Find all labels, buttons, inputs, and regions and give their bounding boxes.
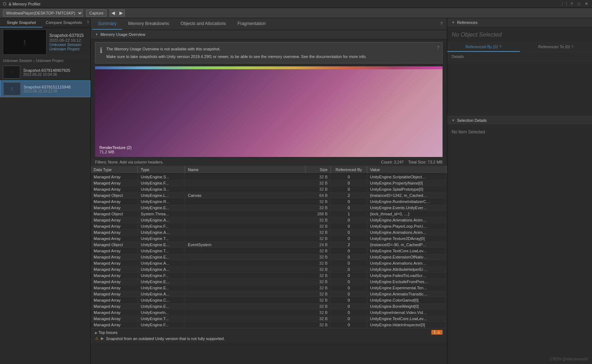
table-row[interactable]: Managed ArrayUnityEngine.E...32 B0UnityE… <box>91 205 447 211</box>
table-cell-col-refby: 0 <box>331 266 367 272</box>
table-row[interactable]: Managed ArrayUnityEngine.S...32 B0UnityE… <box>91 174 447 180</box>
table-cell-col-value: UnityEngine.Experimental.Ten… <box>367 285 447 291</box>
th-name[interactable]: Name <box>185 166 305 173</box>
table-cell-col-name <box>185 262 305 264</box>
table-row[interactable]: Managed ObjectSystem.Threa...288 B1{lock… <box>91 211 447 217</box>
snapshot-info-1: Snapshot-6379148907925 2022-06-22 10:04:… <box>23 68 87 76</box>
tab-references-to[interactable]: References To (0) ? <box>520 42 592 52</box>
table-row[interactable]: Managed ArrayUnityEngine.F...32 B0UnityE… <box>91 223 447 229</box>
table-cell-col-name <box>185 250 305 252</box>
table-row[interactable]: Managed ArrayUnityEngine.T...32 B0UnityE… <box>91 236 447 242</box>
table-row[interactable]: Managed ArrayUnityEngine.A...32 B0UnityE… <box>91 291 447 297</box>
ref-tab-help-1[interactable]: ? <box>500 45 502 49</box>
table-row[interactable]: Managed ArrayUnityEngine.F...32 B0UnityE… <box>91 273 447 279</box>
th-value[interactable]: Value <box>367 166 447 173</box>
tab-single-snapshot[interactable]: Single Snapshot <box>0 18 42 28</box>
table-cell-col-type: UnityEngine.F... <box>138 223 185 229</box>
table-cell-col-size: 32 B <box>305 174 331 180</box>
table-cell-col-refby: 0 <box>331 322 367 328</box>
table-row[interactable]: Managed ArrayUnityEngine.T...32 B0UnityE… <box>91 316 447 322</box>
no-object-selected: No Object Selected <box>447 27 592 42</box>
ref-tab-help-2[interactable]: ? <box>571 45 574 49</box>
table-row[interactable]: Managed ArrayUnityEngine.E...32 B0UnityE… <box>91 254 447 260</box>
table-cell-col-refby: 0 <box>331 236 367 241</box>
tab-compare-snapshots[interactable]: Compare Snapshots <box>42 18 85 28</box>
snapshot-tab-help[interactable]: ? <box>85 18 90 28</box>
table-row[interactable]: Managed ArrayUnityEngine.A...32 B0UnityE… <box>91 260 447 266</box>
table-cell-col-size: 32 B <box>305 310 331 315</box>
table-cell-col-datatype: Managed Array <box>91 254 138 260</box>
table-row[interactable]: Managed ArrayUnityEngine.A...32 B0UnityE… <box>91 217 447 223</box>
table-row[interactable]: Managed ArrayUnityEngine.R...32 B0UnityE… <box>91 199 447 205</box>
ref-tabs: Referenced By (0) ? References To (0) ? <box>447 42 592 52</box>
table-cell-col-datatype: Managed Array <box>91 236 138 241</box>
player-select[interactable]: WindowsPlayer(DESKTOP-TMTC6KP) <box>3 9 83 17</box>
table-cell-col-value: UnityEngine.FailedToLoadScr… <box>367 273 447 278</box>
table-row[interactable]: Managed ArrayUnityEngineIn...32 B0UnityE… <box>91 310 447 316</box>
back-button[interactable]: ◀ <box>110 9 117 17</box>
table-cell-col-datatype: Managed Array <box>91 174 138 180</box>
table-row[interactable]: Managed ArrayUnityEngine.A...32 B0UnityE… <box>91 266 447 273</box>
th-size[interactable]: Size <box>305 166 331 173</box>
titlebar-title: & Memory Profiler <box>9 2 41 6</box>
table-cell-col-datatype: Managed Array <box>91 279 138 285</box>
help-icon[interactable]: ? <box>569 1 575 7</box>
titlebar-controls: ⋮⋮ ? □ ✕ <box>562 1 589 7</box>
tab-fragmentation[interactable]: Fragmentation <box>232 18 271 30</box>
table-row[interactable]: Managed ObjectUnityEngine.E...EventSyste… <box>91 242 447 248</box>
data-table: Data Type Type Name Size Referenced By V… <box>91 166 447 328</box>
tab-referenced-by[interactable]: Referenced By (0) ? <box>447 42 520 52</box>
table-cell-col-datatype: Managed Array <box>91 291 138 297</box>
table-cell-col-refby: 0 <box>331 217 367 223</box>
count-label: Count: 3,247 <box>381 160 404 164</box>
tab-objects-allocations[interactable]: Objects and Allocations <box>175 18 232 30</box>
table-cell-col-datatype: Managed Array <box>91 223 138 229</box>
titlebar: ⬡ & Memory Profiler ⋮⋮ ? □ ✕ <box>0 0 592 8</box>
table-row[interactable]: Managed ArrayUnityEngine.F...32 B0UnityE… <box>91 180 447 186</box>
filters-label: Filters: None. Add via column headers. <box>95 160 164 164</box>
table-cell-col-value: {InstanceID=1342, m_Cached… <box>367 193 447 198</box>
table-cell-col-refby: 0 <box>331 229 367 235</box>
table-row[interactable]: Managed ArrayUnityEngine.E...32 B0UnityE… <box>91 303 447 310</box>
menu-icon[interactable]: ⋮⋮ <box>562 1 567 7</box>
th-datatype[interactable]: Data Type <box>91 166 138 173</box>
table-cell-col-datatype: Managed Array <box>91 266 138 272</box>
forward-button[interactable]: ▶ <box>118 9 125 17</box>
close-icon[interactable]: ✕ <box>583 1 589 7</box>
table-row[interactable]: Managed ObjectUnityEngine.L...Canvas64 B… <box>91 193 447 199</box>
table-row[interactable]: Managed ArrayUnityEngine.F...32 B0UnityE… <box>91 322 447 328</box>
tab-summary[interactable]: Summary <box>92 18 122 30</box>
table-row[interactable]: Managed ArrayUnityEngine.E...32 B0UnityE… <box>91 279 447 285</box>
tab-help[interactable]: ? <box>437 20 445 28</box>
toolbar: WindowsPlayer(DESKTOP-TMTC6KP) Capture ◀… <box>0 8 592 18</box>
table-cell-col-size: 32 B <box>305 223 331 229</box>
table-header: Data Type Type Name Size Referenced By V… <box>91 166 447 174</box>
table-cell-col-size: 32 B <box>305 316 331 322</box>
maximize-icon[interactable]: □ <box>576 1 582 7</box>
snapshot-thumb-icon-2: ↑ <box>11 86 13 92</box>
table-cell-col-size: 24 B <box>305 242 331 248</box>
table-row[interactable]: Managed ArrayUnityEngine.E...32 B0UnityE… <box>91 285 447 291</box>
memory-overview-title: Memory Usage Overview <box>100 32 145 37</box>
table-row[interactable]: Managed ArrayUnityEngine.A...32 B0UnityE… <box>91 229 447 236</box>
table-cell-col-name <box>185 318 305 319</box>
table-row[interactable]: Managed ArrayUnityEngine.C...32 B0UnityE… <box>91 297 447 303</box>
tab-memory-breakdowns[interactable]: Memory Breakdowns <box>122 18 175 30</box>
capture-button[interactable]: Capture <box>86 9 107 17</box>
top-issues-title[interactable]: Top Issues <box>95 330 118 335</box>
first-snapshot-session: Unknown Session <box>49 42 84 47</box>
th-type[interactable]: Type <box>138 166 185 173</box>
table-cell-col-refby: 0 <box>331 260 367 266</box>
table-cell-col-refby: 0 <box>331 297 367 303</box>
table-cell-col-size: 32 B <box>305 273 331 278</box>
warning-help-icon[interactable]: ? <box>437 45 439 50</box>
first-snapshot-project: Unknown Project <box>49 47 84 51</box>
treemap-area[interactable]: RenderTexture (2) 71.2 MB <box>95 66 443 157</box>
snapshot-item-1[interactable]: · Snapshot-6379148907925 2022-06-22 10:0… <box>0 64 90 80</box>
snapshot-item-2[interactable]: ↑ Snapshot-6379151115948 2022-06-22 16:1… <box>0 80 90 97</box>
th-refby[interactable]: Referenced By <box>331 166 367 173</box>
table-cell-col-size: 32 B <box>305 297 331 303</box>
center-panel: Summary Memory Breakdowns Objects and Al… <box>91 18 447 364</box>
table-row[interactable]: Managed ArrayUnityEngine.S...32 B0UnityE… <box>91 186 447 193</box>
table-row[interactable]: Managed ArrayUnityEngine.T...32 B0UnityE… <box>91 248 447 254</box>
